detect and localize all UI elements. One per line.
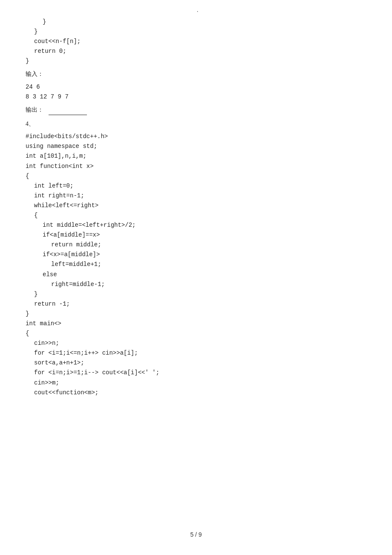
code-line: int function<int x>	[26, 162, 366, 171]
code-line: int main<>	[26, 319, 366, 329]
input-label: 输入：	[26, 71, 43, 77]
input-values-section: 24 6 8 3 12 7 9 7	[26, 82, 366, 102]
output-label: 输出：	[26, 107, 43, 113]
page-number: 5 / 9	[190, 531, 202, 538]
page-container: . } } cout<<n-f[n]; return 0; } 输入： 24 6…	[0, 0, 392, 555]
code-line: else	[26, 270, 366, 280]
code-line: for <i=n;i>=1;i--> cout<<a[i]<<' ';	[26, 368, 366, 378]
code-line: cout<<function<m>;	[26, 388, 366, 398]
code-line: return 0;	[26, 46, 366, 56]
code-line: right=middle-1;	[26, 280, 366, 289]
code-line: cin>>n;	[26, 338, 366, 348]
code-line: return -1;	[26, 299, 366, 309]
question-number-section: 4、	[26, 119, 366, 129]
code-line: for <i=1;i<=n;i++> cin>>a[i];	[26, 348, 366, 358]
code-line: int left=0;	[26, 181, 366, 191]
input-label-section: 输入：	[26, 69, 366, 79]
code-line: }	[26, 27, 366, 37]
question-number: 4、	[26, 121, 35, 127]
code-line: {	[26, 211, 366, 220]
code-line: if<x>=a[middle]>	[26, 250, 366, 260]
code-line: #include<bits/stdc++.h>	[26, 132, 366, 142]
code-line: {	[26, 329, 366, 338]
code-line: {	[26, 171, 366, 181]
output-blank	[49, 115, 87, 115]
code-line: while<left<=right>	[26, 201, 366, 211]
code-line: return middle;	[26, 240, 366, 250]
code-line: left=middle+1;	[26, 260, 366, 269]
code-section-2: #include<bits/stdc++.h> using namespace …	[26, 132, 366, 398]
code-line: using namespace std;	[26, 142, 366, 151]
code-line: cin>>m;	[26, 378, 366, 388]
output-label-section: 输出：	[26, 104, 366, 115]
code-line: int middle=<left+right>/2;	[26, 220, 366, 230]
code-line: 8 3 12 7 9 7	[26, 92, 366, 102]
code-line: 24 6	[26, 82, 366, 92]
page-footer: 5 / 9	[0, 531, 392, 538]
code-line: cout<<n-f[n];	[26, 37, 366, 46]
code-line: }	[26, 17, 366, 27]
code-line: int right=n-1;	[26, 191, 366, 201]
code-line: sort<a,a+n+1>;	[26, 358, 366, 368]
code-line: }	[26, 309, 366, 319]
code-line: int a[101],n,i,m;	[26, 151, 366, 161]
code-line: if<a[middle]==x>	[26, 230, 366, 240]
code-line: }	[26, 289, 366, 299]
code-section-1: } } cout<<n-f[n]; return 0; }	[26, 17, 366, 66]
code-line: }	[26, 56, 366, 66]
dot-decoration: .	[196, 8, 199, 14]
